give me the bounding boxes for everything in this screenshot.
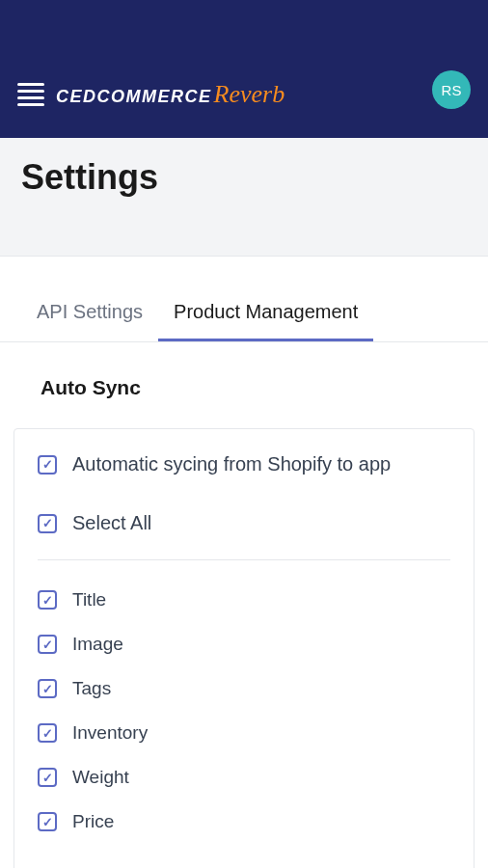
checkmark-icon: ✓ <box>42 726 53 741</box>
checkbox-label-weight: Weight <box>72 767 129 788</box>
checkbox-row-select-all: ✓ Select All <box>38 512 450 560</box>
checkbox-row-title: ✓ Title <box>38 589 450 610</box>
checkbox-label-tags: Tags <box>72 678 111 699</box>
checkbox-row-tags: ✓ Tags <box>38 678 450 699</box>
checkbox-select-all[interactable]: ✓ <box>38 514 57 533</box>
checkbox-row-price: ✓ Price <box>38 811 450 832</box>
tab-product-management[interactable]: Product Management <box>158 285 373 341</box>
checkmark-icon: ✓ <box>42 516 53 530</box>
checkbox-row-inventory: ✓ Inventory <box>38 722 450 744</box>
checkbox-label-inventory: Inventory <box>72 722 148 744</box>
page-title: Settings <box>21 157 467 198</box>
checkbox-label-select-all: Select All <box>72 512 151 534</box>
checkbox-row-image: ✓ Image <box>38 634 450 655</box>
checkmark-icon: ✓ <box>42 815 53 829</box>
checkbox-label-price: Price <box>72 811 114 832</box>
avatar[interactable]: RS <box>432 70 471 109</box>
logo: CEDCOMMERCE Reverb <box>56 80 285 109</box>
app-header: CEDCOMMERCE Reverb RS <box>0 0 488 138</box>
logo-text-reverb: Reverb <box>214 80 285 109</box>
checkbox-inventory[interactable]: ✓ <box>38 723 57 743</box>
tab-api-settings[interactable]: API Settings <box>21 285 158 341</box>
checkbox-label-auto-sync: Automatic sycing from Shopify to app <box>72 453 391 475</box>
checkmark-icon: ✓ <box>42 637 53 652</box>
settings-card: ✓ Automatic sycing from Shopify to app ✓… <box>14 428 474 868</box>
section-title: Auto Sync <box>0 342 488 399</box>
hamburger-menu-icon[interactable] <box>17 83 44 106</box>
checkbox-weight[interactable]: ✓ <box>38 768 57 787</box>
checkbox-label-title: Title <box>72 589 106 610</box>
checkmark-icon: ✓ <box>42 457 53 472</box>
checkbox-tags[interactable]: ✓ <box>38 679 57 698</box>
tabs: API Settings Product Management <box>0 285 488 342</box>
checkmark-icon: ✓ <box>42 593 53 608</box>
checkmark-icon: ✓ <box>42 682 53 696</box>
avatar-initials: RS <box>442 82 462 98</box>
checkbox-label-image: Image <box>72 634 123 655</box>
logo-text-ced: CEDCOMMERCE <box>56 87 212 107</box>
checkbox-image[interactable]: ✓ <box>38 635 57 654</box>
header-left: CEDCOMMERCE Reverb <box>17 80 285 109</box>
checkbox-row-auto-sync: ✓ Automatic sycing from Shopify to app <box>38 453 450 475</box>
checkbox-price[interactable]: ✓ <box>38 812 57 831</box>
checkbox-auto-sync[interactable]: ✓ <box>38 455 57 475</box>
page-title-section: Settings <box>0 138 488 257</box>
checkmark-icon: ✓ <box>42 771 53 785</box>
checkbox-title[interactable]: ✓ <box>38 590 57 610</box>
checkbox-row-weight: ✓ Weight <box>38 767 450 788</box>
